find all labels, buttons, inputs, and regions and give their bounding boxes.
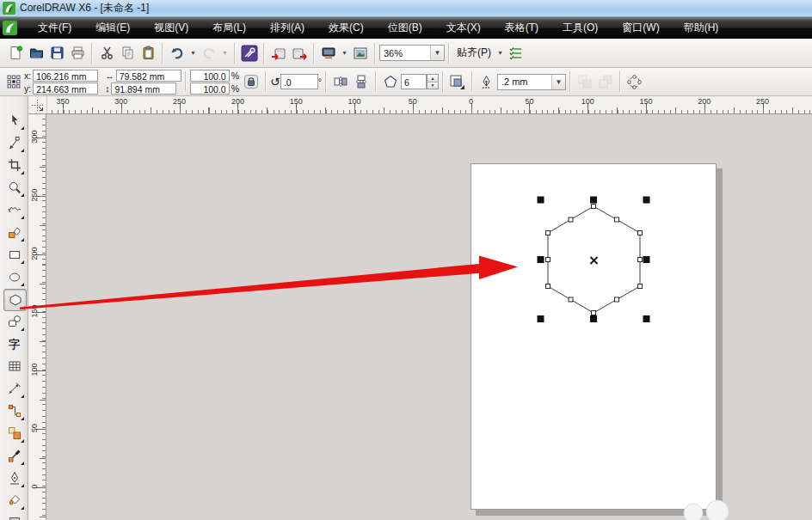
zoom-level-value: 36% (380, 48, 430, 58)
blend-tool[interactable] (3, 423, 25, 444)
crop-tool[interactable] (3, 155, 25, 175)
shape-tool[interactable] (3, 132, 25, 153)
lock-ratio-button[interactable] (241, 71, 261, 92)
menu-help[interactable]: 帮助(H) (672, 17, 731, 39)
search-content-button[interactable] (239, 43, 260, 64)
zoom-tool[interactable] (3, 177, 25, 198)
ruler-label: 250 (173, 97, 186, 106)
ruler-origin-button[interactable] (28, 96, 47, 113)
export-button[interactable] (289, 43, 310, 64)
scale-v-field[interactable]: 100.0 (190, 83, 230, 95)
application-launcher-icon (321, 46, 336, 61)
pick-tool[interactable] (3, 110, 25, 131)
horizontal-ruler[interactable]: 35030025020015010050050100150200250 (47, 96, 812, 113)
rectangle-tool-icon (8, 248, 22, 261)
text-wrap-button[interactable] (447, 71, 468, 92)
connector-tool[interactable] (3, 401, 25, 421)
stepper-up-icon[interactable]: ▲ (428, 75, 438, 83)
text-tool[interactable]: 字 (3, 333, 25, 354)
ruler-label: 50 (525, 97, 533, 106)
drawing-page[interactable] (471, 163, 717, 510)
toolbar-separator (448, 43, 450, 64)
snap-to-label: 贴齐(P) (457, 46, 491, 60)
application-launcher-button[interactable] (318, 43, 339, 64)
zoom-level-select[interactable]: 36% ▼ (379, 45, 445, 61)
to-front-icon (577, 74, 593, 89)
mirror-horizontal-button[interactable] (330, 71, 351, 92)
menu-edit[interactable]: 编辑(E) (83, 17, 142, 39)
copy-button[interactable] (117, 43, 138, 64)
ruler-label: 50 (409, 97, 417, 106)
interactive-fill-tool[interactable] (3, 512, 25, 520)
print-button[interactable] (67, 43, 88, 64)
polygon-tool[interactable] (3, 289, 27, 311)
options-button[interactable] (506, 43, 526, 64)
save-button[interactable] (46, 43, 67, 64)
cut-button[interactable] (96, 43, 117, 64)
outline-width-icon-wrap (477, 71, 497, 92)
undo-dropdown[interactable]: ▾ (188, 43, 199, 64)
outline-pen-tool-icon (8, 471, 22, 485)
menu-window[interactable]: 窗口(W) (610, 17, 671, 39)
corel-connect-icon (241, 45, 258, 62)
scale-h-field[interactable]: 100.0 (190, 70, 230, 82)
application-launcher-dropdown[interactable]: ▾ (339, 43, 350, 64)
color-eyedropper-tool[interactable] (3, 445, 25, 466)
lock-icon (243, 74, 259, 89)
menu-file[interactable]: 文件(F) (26, 17, 83, 39)
menu-text[interactable]: 文本(X) (434, 17, 493, 39)
menu-arrange[interactable]: 排列(A) (258, 17, 317, 39)
degree-label: ° (318, 76, 322, 87)
object-origin-icon (6, 74, 22, 89)
open-button[interactable] (26, 43, 46, 64)
fill-tool-icon (8, 493, 22, 507)
convert-to-curves-button[interactable] (624, 71, 645, 92)
freehand-tool[interactable] (3, 199, 25, 220)
ruler-origin-icon (31, 99, 44, 112)
y-position-field[interactable]: 214.663 mm (33, 83, 98, 95)
rectangle-tool[interactable] (3, 244, 25, 265)
percent-label: % (231, 70, 239, 81)
app-menu-icon[interactable] (3, 21, 17, 35)
undo-button[interactable] (167, 43, 188, 64)
menu-bitmaps[interactable]: 位图(B) (376, 17, 434, 39)
polygon-points-field[interactable]: 6 (401, 74, 427, 89)
mirror-vertical-button[interactable] (351, 71, 372, 92)
page-shadow (717, 168, 723, 516)
basic-shapes-tool[interactable] (3, 311, 25, 332)
x-position-field[interactable]: 106.216 mm (33, 70, 98, 82)
smart-fill-tool[interactable] (3, 222, 25, 242)
import-button[interactable] (268, 43, 289, 64)
object-width-field[interactable]: 79.582 mm (116, 70, 181, 82)
object-height-field[interactable]: 91.894 mm (111, 83, 176, 95)
outline-pen-tool[interactable] (3, 468, 25, 488)
stepper-down-icon[interactable]: ▼ (428, 83, 438, 89)
dimension-tool[interactable] (3, 378, 25, 399)
menu-table[interactable]: 表格(T) (493, 17, 551, 39)
size-fields: ↔ 79.582 mm ↕ 91.894 mm (105, 70, 181, 95)
rotation-field[interactable]: .0 (280, 74, 318, 89)
outline-width-select[interactable]: .2 mm ▼ (497, 74, 566, 90)
object-origin-button[interactable] (3, 71, 24, 92)
eyedropper-icon (8, 449, 22, 462)
ellipse-tool[interactable] (3, 266, 25, 287)
fill-tool[interactable] (3, 490, 25, 511)
paste-button[interactable] (138, 43, 158, 64)
position-fields: x: 106.216 mm y: 214.663 mm (24, 70, 98, 95)
mirror-vertical-icon (354, 74, 369, 89)
zoom-tool-icon (8, 180, 22, 194)
polygon-points-stepper[interactable]: ▲ ▼ (427, 74, 439, 89)
ruler-label: 0 (469, 97, 473, 106)
menu-effects[interactable]: 效果(C) (317, 17, 376, 39)
table-tool[interactable] (3, 356, 25, 376)
fullscreen-preview-button[interactable] (350, 43, 371, 64)
snap-to-dropdown[interactable]: ▾ (495, 43, 506, 64)
vertical-ruler[interactable]: 300250200150100500 (28, 114, 46, 520)
snap-to-button[interactable]: 贴齐(P) (453, 44, 495, 63)
ruler-label: 100 (581, 97, 594, 106)
new-document-button[interactable] (5, 43, 26, 64)
ellipse-tool-icon (8, 270, 22, 284)
menu-view[interactable]: 视图(V) (142, 17, 200, 39)
menu-layout[interactable]: 布局(L) (200, 17, 258, 39)
menu-tools[interactable]: 工具(O) (551, 17, 610, 39)
